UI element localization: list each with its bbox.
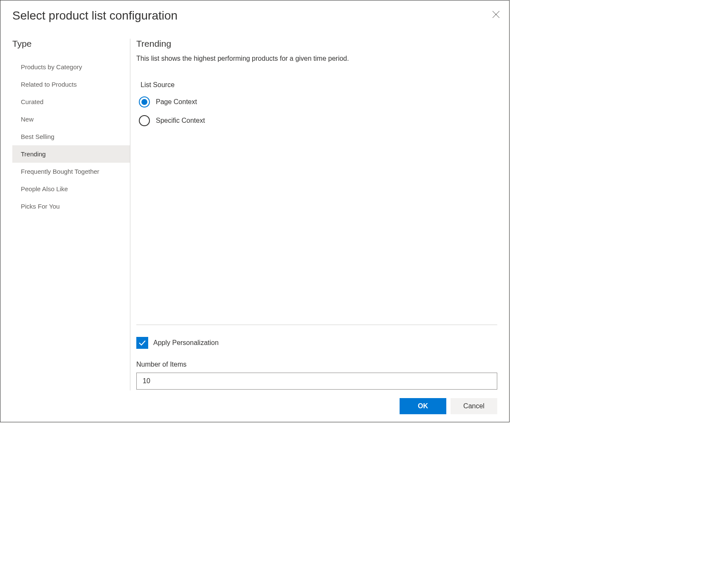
dialog-footer: OK Cancel: [0, 390, 509, 422]
number-of-items-label: Number of Items: [136, 361, 497, 368]
sidebar-item-new[interactable]: New: [12, 110, 130, 128]
sidebar-item-trending[interactable]: Trending: [12, 145, 130, 163]
apply-personalization-row: Apply Personalization: [136, 337, 497, 349]
dialog-select-product-list-config: Select product list configuration Type P…: [0, 0, 510, 422]
apply-personalization-checkbox[interactable]: [136, 337, 148, 349]
divider: [136, 325, 497, 325]
close-button[interactable]: [490, 9, 502, 20]
main-panel: Trending This list shows the highest per…: [130, 39, 497, 390]
sidebar: Type Products by Category Related to Pro…: [12, 39, 130, 390]
radio-icon: [139, 96, 150, 107]
sidebar-title: Type: [12, 39, 130, 49]
radio-label: Specific Context: [156, 117, 205, 124]
dialog-title: Select product list configuration: [12, 9, 178, 23]
list-source-radio-group: Page Context Specific Context: [139, 96, 497, 134]
sidebar-item-picks-for-you[interactable]: Picks For You: [12, 198, 130, 215]
spacer: [136, 134, 497, 325]
cancel-button[interactable]: Cancel: [451, 398, 497, 414]
close-icon: [492, 11, 500, 18]
number-of-items-input[interactable]: [136, 373, 497, 390]
ok-button[interactable]: OK: [400, 398, 446, 414]
radio-icon: [139, 115, 150, 126]
main-description: This list shows the highest performing p…: [136, 55, 497, 62]
list-source-label: List Source: [141, 81, 497, 89]
sidebar-item-related-to-products[interactable]: Related to Products: [12, 76, 130, 93]
radio-specific-context[interactable]: Specific Context: [139, 115, 497, 126]
radio-label: Page Context: [156, 98, 197, 106]
main-title: Trending: [136, 39, 497, 49]
radio-page-context[interactable]: Page Context: [139, 96, 497, 107]
apply-personalization-label: Apply Personalization: [153, 339, 219, 347]
sidebar-list: Products by Category Related to Products…: [12, 58, 130, 215]
sidebar-item-curated[interactable]: Curated: [12, 93, 130, 110]
sidebar-item-best-selling[interactable]: Best Selling: [12, 128, 130, 145]
dialog-header: Select product list configuration: [0, 0, 509, 23]
dialog-body: Type Products by Category Related to Pro…: [0, 23, 509, 390]
check-icon: [138, 340, 146, 346]
sidebar-item-people-also-like[interactable]: People Also Like: [12, 180, 130, 198]
sidebar-item-frequently-bought[interactable]: Frequently Bought Together: [12, 163, 130, 180]
sidebar-item-products-by-category[interactable]: Products by Category: [12, 58, 130, 76]
radio-dot-icon: [141, 99, 147, 105]
